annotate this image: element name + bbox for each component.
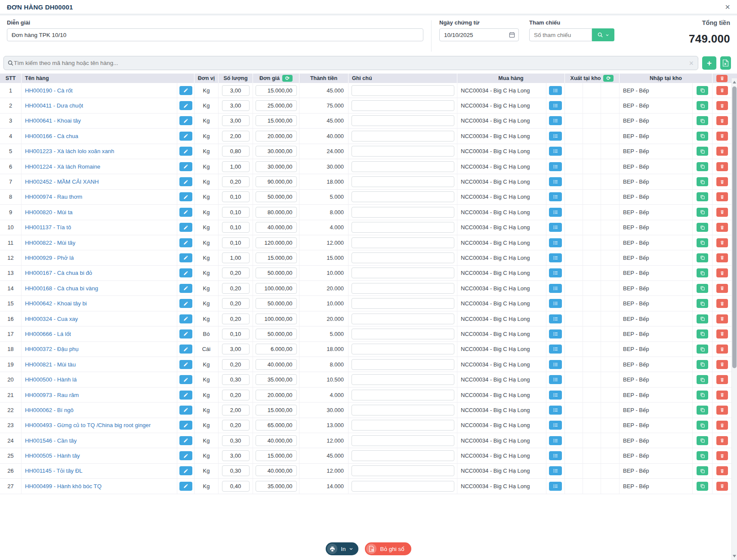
buyer-list-button[interactable]: [549, 375, 562, 384]
edit-item-button[interactable]: [179, 101, 192, 110]
item-link[interactable]: HH000500 - Hành lá: [25, 376, 77, 383]
note-input[interactable]: [352, 176, 454, 187]
note-input[interactable]: [352, 344, 454, 354]
quantity-input[interactable]: [222, 420, 250, 431]
buyer-list-button[interactable]: [549, 223, 562, 232]
price-input[interactable]: [256, 435, 297, 446]
delete-row-button[interactable]: [716, 192, 728, 201]
delete-row-button[interactable]: [716, 482, 728, 491]
buyer-list-button[interactable]: [549, 466, 562, 475]
delete-row-button[interactable]: [716, 86, 728, 95]
price-input[interactable]: [256, 344, 297, 354]
item-link[interactable]: HH000324 - Cua xay: [25, 316, 78, 322]
copy-row-button[interactable]: [697, 421, 708, 430]
delete-row-button[interactable]: [716, 436, 728, 445]
delete-row-button[interactable]: [716, 208, 728, 217]
item-link[interactable]: HH000642 - Khoai tây bi: [25, 300, 87, 307]
price-input[interactable]: [256, 85, 297, 96]
quantity-input[interactable]: [222, 374, 250, 385]
buyer-list-button[interactable]: [549, 284, 562, 293]
buyer-list-button[interactable]: [549, 147, 562, 156]
edit-item-button[interactable]: [179, 436, 192, 445]
quantity-input[interactable]: [222, 237, 250, 248]
edit-item-button[interactable]: [179, 451, 192, 460]
delete-row-button[interactable]: [716, 253, 728, 262]
edit-item-button[interactable]: [179, 86, 192, 95]
edit-item-button[interactable]: [179, 345, 192, 354]
edit-item-button[interactable]: [179, 116, 192, 125]
quantity-input[interactable]: [222, 298, 250, 309]
refresh-warehouse-icon[interactable]: ⟳: [603, 75, 614, 82]
note-input[interactable]: [352, 450, 454, 461]
item-link[interactable]: HH000062 - Bí ngô: [25, 407, 74, 413]
edit-item-button[interactable]: [179, 406, 192, 415]
copy-row-button[interactable]: [697, 451, 708, 460]
copy-row-button[interactable]: [697, 147, 708, 156]
buyer-list-button[interactable]: [549, 192, 562, 201]
close-icon[interactable]: ×: [725, 3, 730, 11]
price-input[interactable]: [256, 329, 297, 339]
price-input[interactable]: [256, 131, 297, 142]
note-input[interactable]: [352, 85, 454, 96]
delete-row-button[interactable]: [716, 101, 728, 110]
price-input[interactable]: [256, 161, 297, 172]
item-link[interactable]: HH000641 - Khoai tây: [25, 117, 81, 124]
copy-row-button[interactable]: [697, 375, 708, 384]
price-input[interactable]: [256, 222, 297, 233]
quantity-input[interactable]: [222, 314, 250, 324]
price-input[interactable]: [256, 359, 297, 370]
delete-row-button[interactable]: [716, 421, 728, 430]
quantity-input[interactable]: [222, 390, 250, 400]
buyer-list-button[interactable]: [549, 314, 562, 323]
buyer-list-button[interactable]: [549, 406, 562, 415]
delete-row-button[interactable]: [716, 451, 728, 460]
quantity-input[interactable]: [222, 85, 250, 96]
copy-row-button[interactable]: [697, 101, 708, 110]
delete-row-button[interactable]: [716, 162, 728, 171]
quantity-input[interactable]: [222, 252, 250, 263]
price-input[interactable]: [256, 146, 297, 157]
quantity-input[interactable]: [222, 268, 250, 278]
scroll-up-arrow[interactable]: [732, 80, 737, 85]
copy-row-button[interactable]: [697, 314, 708, 323]
copy-row-button[interactable]: [697, 406, 708, 415]
edit-item-button[interactable]: [179, 223, 192, 232]
item-link[interactable]: HH001223 - Xà lách lolo xoăn xanh: [25, 148, 114, 154]
buyer-list-button[interactable]: [549, 86, 562, 95]
buyer-list-button[interactable]: [549, 329, 562, 338]
delete-row-button[interactable]: [716, 360, 728, 369]
item-link[interactable]: HH002452 - MẦM CẢI XANH: [25, 178, 99, 185]
copy-row-button[interactable]: [697, 86, 708, 95]
copy-row-button[interactable]: [697, 284, 708, 293]
scrollbar-thumb[interactable]: [732, 86, 737, 368]
scroll-down-arrow[interactable]: [732, 554, 737, 559]
price-input[interactable]: [256, 237, 297, 248]
note-input[interactable]: [352, 146, 454, 157]
note-input[interactable]: [352, 329, 454, 339]
delete-row-button[interactable]: [716, 132, 728, 141]
quantity-input[interactable]: [222, 481, 250, 492]
edit-item-button[interactable]: [179, 162, 192, 171]
quantity-input[interactable]: [222, 450, 250, 461]
quantity-input[interactable]: [222, 131, 250, 142]
note-input[interactable]: [352, 237, 454, 248]
delete-row-button[interactable]: [716, 177, 728, 186]
price-input[interactable]: [256, 405, 297, 415]
edit-item-button[interactable]: [179, 132, 192, 141]
buyer-list-button[interactable]: [549, 391, 562, 400]
buyer-list-button[interactable]: [549, 451, 562, 460]
edit-item-button[interactable]: [179, 208, 192, 217]
buyer-list-button[interactable]: [549, 360, 562, 369]
note-input[interactable]: [352, 298, 454, 309]
note-input[interactable]: [352, 283, 454, 294]
edit-item-button[interactable]: [179, 360, 192, 369]
quantity-input[interactable]: [222, 435, 250, 446]
item-link[interactable]: HH001145 - Tỏi tây ĐL: [25, 468, 83, 474]
item-link[interactable]: HH001224 - Xà lách Romaine: [25, 163, 100, 170]
item-link[interactable]: HH000372 - Đậu phụ: [25, 346, 79, 352]
price-input[interactable]: [256, 207, 297, 218]
note-input[interactable]: [352, 465, 454, 476]
copy-row-button[interactable]: [697, 132, 708, 141]
item-link[interactable]: HH000411 - Dưa chuột: [25, 102, 83, 109]
edit-item-button[interactable]: [179, 253, 192, 262]
